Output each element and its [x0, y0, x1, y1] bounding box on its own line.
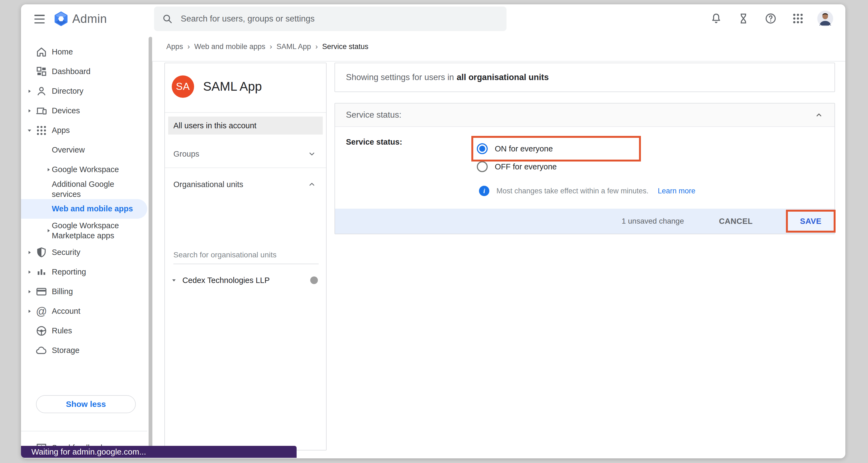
save-button[interactable]: SAVE [786, 210, 836, 233]
notifications-bell-icon [710, 12, 722, 25]
person-icon [35, 85, 48, 97]
apps-grid-icon [35, 125, 48, 136]
app-avatar: SA [172, 75, 194, 98]
account-avatar[interactable] [817, 11, 833, 26]
cloud-icon [35, 344, 48, 357]
info-icon: i [479, 186, 489, 196]
help-icon-button[interactable] [763, 11, 778, 26]
triangle-right-icon [26, 308, 33, 315]
breadcrumb: Apps›Web and mobile apps›SAML App›Servic… [152, 32, 845, 62]
chevron-down-icon [308, 150, 316, 158]
scope-value: all organisational units [457, 72, 549, 82]
apps-launcher-icon [792, 12, 804, 25]
triangle-right-icon [26, 107, 33, 114]
sidebar-item-google-workspace-marketplace-apps[interactable]: Google Workspace Marketplace apps [21, 219, 147, 243]
triangle-right-icon [45, 166, 52, 173]
triangle-right-icon [45, 227, 52, 234]
sidebar-item-reporting[interactable]: Reporting [21, 262, 147, 282]
unsaved-count: 1 unsaved change [622, 209, 684, 234]
breadcrumb-link-apps[interactable]: Apps [166, 42, 183, 51]
bar-chart-icon [35, 266, 48, 278]
breadcrumb-link-saml-app[interactable]: SAML App [276, 42, 311, 51]
divider [165, 167, 326, 168]
at-icon: @ [36, 306, 47, 317]
sidebar-item-security[interactable]: Security [21, 243, 147, 262]
triangle-right-icon [26, 288, 33, 295]
sidebar-item-storage[interactable]: Storage [21, 341, 147, 360]
triangle-right-icon [26, 269, 33, 276]
breadcrumb-separator: › [315, 42, 318, 51]
notifications-bell-icon-button[interactable] [709, 11, 724, 26]
menu-hamburger-button[interactable] [34, 15, 45, 24]
breadcrumb-separator: › [270, 42, 272, 51]
breadcrumb-link-web-and-mobile-apps[interactable]: Web and mobile apps [194, 42, 266, 51]
apps-launcher-icon-button[interactable] [790, 11, 806, 26]
service-status-header[interactable]: Service status: [335, 103, 834, 127]
sidebar-item-devices[interactable]: Devices [21, 101, 147, 121]
chevron-up-icon [308, 180, 316, 189]
unsaved-changes-bar: 1 unsaved change CANCEL SAVE [335, 209, 834, 234]
sidebar-item-directory[interactable]: Directory [21, 81, 147, 101]
hourglass-icon [737, 12, 750, 25]
org-units-search-input[interactable] [174, 251, 319, 264]
sidebar-scrollbar[interactable] [149, 37, 152, 448]
triangle-right-icon [26, 88, 33, 95]
app-name: SAML App [203, 79, 262, 94]
sidebar-item-rules[interactable]: Rules [21, 321, 147, 341]
steering-wheel-icon [35, 325, 48, 337]
show-less-button[interactable]: Show less [36, 395, 136, 413]
home-icon [35, 46, 48, 58]
hourglass-icon-button[interactable] [736, 11, 751, 26]
topbar-icons [709, 4, 833, 33]
org-units-section-toggle[interactable]: Organisational units [165, 171, 326, 198]
admin-console-window: Admin HomeDashboardDirectoryDevicesAppsO… [21, 4, 845, 458]
sidebar-item-web-and-mobile-apps[interactable]: Web and mobile apps [21, 199, 147, 219]
help-icon [765, 12, 777, 25]
breadcrumb-current: Service status [322, 42, 369, 51]
browser-status-bubble: Waiting for admin.google.com... [21, 446, 297, 458]
divider [165, 112, 326, 113]
scope-card: Showing settings for users in all organi… [335, 63, 835, 92]
service-status-field-label: Service status: [346, 137, 402, 146]
screen: Admin HomeDashboardDirectoryDevicesAppsO… [0, 0, 868, 463]
search-icon [162, 13, 173, 25]
product-name: Admin [72, 12, 107, 26]
avatar [817, 10, 834, 27]
admin-hexagon-icon [54, 11, 68, 26]
admin-logo[interactable]: Admin [54, 11, 107, 26]
sidebar-item-overview[interactable]: Overview [21, 140, 147, 160]
sidebar-item-dashboard[interactable]: Dashboard [21, 62, 147, 81]
sidebar-item-billing[interactable]: Billing [21, 282, 147, 301]
collapse-chevron-up-icon[interactable] [814, 110, 824, 120]
sidebar-item-home[interactable]: Home [21, 42, 147, 62]
search-input[interactable] [180, 13, 499, 24]
org-units-search [174, 251, 319, 264]
radio-unselected-icon[interactable] [477, 161, 488, 172]
triangle-right-icon [26, 249, 33, 256]
radio-selected-icon[interactable] [477, 143, 488, 154]
breadcrumb-separator: › [188, 42, 190, 51]
info-note: i Most changes take effect within a few … [479, 186, 695, 196]
dashboard-icon [35, 66, 48, 78]
credit-card-icon [35, 286, 48, 298]
shield-icon [35, 246, 48, 259]
scope-prefix: Showing settings for users in [346, 72, 454, 82]
triangle-down-icon [170, 277, 178, 284]
radio-on-for-everyone[interactable]: ON for everyone [477, 140, 553, 158]
global-search[interactable] [154, 6, 506, 31]
all-users-scope[interactable]: All users in this account [168, 117, 323, 135]
sidebar-item-google-workspace[interactable]: Google Workspace [21, 160, 147, 179]
groups-section-toggle[interactable]: Groups [165, 140, 326, 167]
sidebar-item-account[interactable]: @Account [21, 301, 147, 321]
sidebar-divider [21, 431, 147, 431]
sidebar-nav: HomeDashboardDirectoryDevicesAppsOvervie… [21, 32, 147, 458]
learn-more-link[interactable]: Learn more [658, 187, 695, 195]
app-panel: SA SAML App All users in this account Gr… [164, 63, 327, 451]
org-tree-node[interactable]: Cedex Technologies LLP [165, 271, 326, 289]
sidebar-item-additional-google-services[interactable]: Additional Google services [21, 179, 147, 199]
service-status-card: Service status: Service status: ON for e… [335, 103, 835, 234]
cancel-button[interactable]: CANCEL [719, 209, 753, 234]
sidebar-item-apps[interactable]: Apps [21, 121, 147, 140]
org-status-dot [310, 276, 318, 284]
radio-off-for-everyone[interactable]: OFF for everyone [477, 158, 557, 176]
